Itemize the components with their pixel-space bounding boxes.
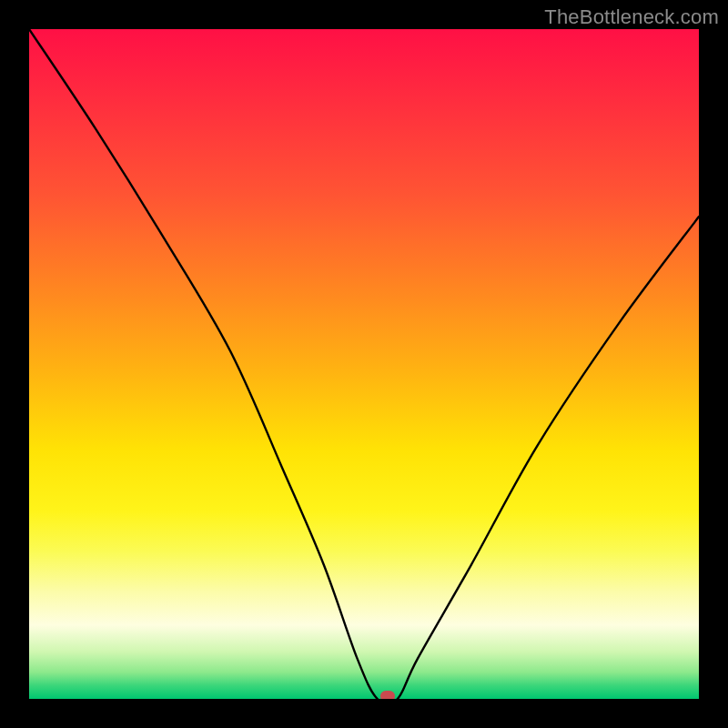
optimum-marker <box>380 691 395 699</box>
watermark-text: TheBottleneck.com <box>544 5 719 29</box>
bottleneck-curve <box>29 29 699 699</box>
plot-area <box>29 29 699 699</box>
chart-frame: TheBottleneck.com <box>0 0 728 728</box>
